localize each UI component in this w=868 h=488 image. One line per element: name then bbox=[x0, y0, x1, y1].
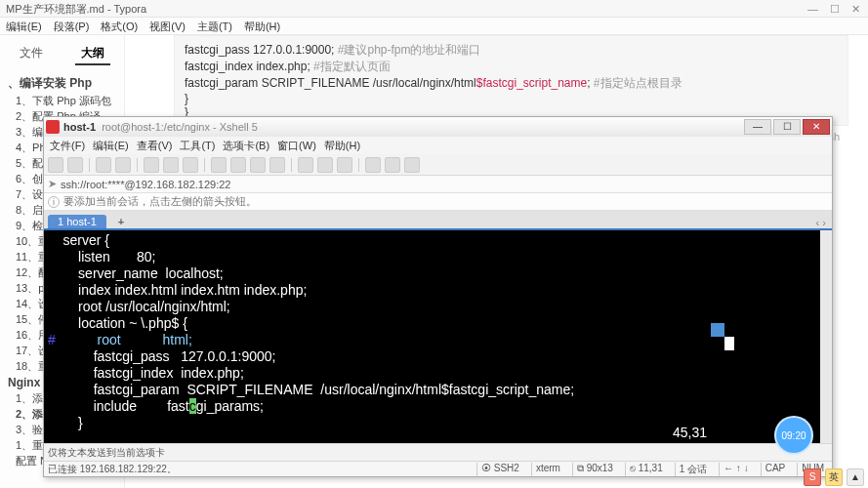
system-tray[interactable]: S 英 ▲ bbox=[804, 468, 864, 486]
menu-theme[interactable]: 主题(T) bbox=[197, 18, 232, 34]
xshell-status-bar: 已连接 192.168.182.129:22。 ⦿ SSH2xterm⧉ 90x… bbox=[44, 461, 832, 476]
menu-edit[interactable]: 编辑(E) bbox=[6, 18, 42, 34]
xshell-app-icon bbox=[46, 120, 60, 134]
xshell-hint-bar: i 要添加当前会话，点击左侧的箭头按钮。 bbox=[44, 193, 832, 211]
selection-block2 bbox=[724, 337, 734, 350]
terminal[interactable]: server { listen 80; server_name localhos… bbox=[44, 228, 832, 443]
tb-paste-icon[interactable] bbox=[163, 157, 179, 173]
selection-block bbox=[711, 323, 724, 337]
tb-help-icon[interactable] bbox=[404, 157, 420, 173]
tb-props-icon[interactable] bbox=[211, 157, 227, 173]
menu-format[interactable]: 格式(O) bbox=[101, 18, 138, 34]
terminal-scrollbar[interactable] bbox=[820, 230, 832, 443]
typora-menubar[interactable]: 编辑(E) 段落(P) 格式(O) 视图(V) 主题(T) 帮助(H) bbox=[0, 18, 868, 35]
tb-disconnect-icon[interactable] bbox=[115, 157, 131, 173]
tb-lock-icon[interactable] bbox=[337, 157, 352, 173]
code-block[interactable]: fastcgi_pass 127.0.0.1:9000; #建议php-fpm的… bbox=[174, 35, 848, 126]
tray-ime-icon[interactable]: 英 bbox=[825, 468, 843, 486]
typora-titlebar: MP生产环境部署.md - Typora — ☐ ✕ bbox=[0, 0, 868, 18]
tb-color-icon[interactable] bbox=[230, 157, 246, 173]
tb-new-icon[interactable] bbox=[48, 157, 63, 173]
tb-find-icon[interactable] bbox=[183, 157, 198, 173]
typora-title-text: MP生产环境部署.md - Typora bbox=[6, 0, 146, 17]
xshell-menubar[interactable]: 文件(F) 编辑(E) 查看(V) 工具(T) 选项卡(B) 窗口(W) 帮助(… bbox=[44, 137, 832, 154]
side-tab-files[interactable]: 文件 bbox=[14, 43, 49, 65]
vim-position: 45,31 bbox=[673, 425, 707, 441]
window-close[interactable]: ✕ bbox=[851, 0, 860, 17]
xshell-close[interactable]: ✕ bbox=[803, 119, 830, 135]
tb-tunnel-icon[interactable] bbox=[298, 157, 313, 173]
tray-icon-1[interactable]: S bbox=[804, 468, 821, 486]
tray-more-icon[interactable]: ▲ bbox=[847, 468, 864, 486]
outline-item[interactable]: 1、下载 Php 源码包 bbox=[8, 94, 116, 108]
menu-view[interactable]: 视图(V) bbox=[149, 18, 186, 34]
tab-scroll[interactable]: ‹ › bbox=[816, 217, 832, 228]
side-tab-outline[interactable]: 大纲 bbox=[75, 43, 110, 65]
xshell-address-bar[interactable]: ➤ ssh://root:****@192.168.182.129:22 bbox=[44, 176, 832, 193]
hint-icon: i bbox=[48, 196, 60, 208]
go-icon[interactable]: ➤ bbox=[48, 178, 57, 190]
tb-fs-icon[interactable] bbox=[269, 157, 285, 173]
window-min[interactable]: — bbox=[807, 0, 818, 17]
time-bubble[interactable]: 09:20 bbox=[776, 418, 811, 453]
xshell-max[interactable]: ☐ bbox=[773, 119, 801, 135]
xshell-window[interactable]: host-1 root@host-1:/etc/nginx - Xshell 5… bbox=[43, 116, 833, 477]
tb-copy-icon[interactable] bbox=[144, 157, 159, 173]
tb-reconnect-icon[interactable] bbox=[96, 157, 111, 173]
outline-item[interactable]: 、编译安装 Php bbox=[8, 75, 116, 92]
address-text[interactable]: ssh://root:****@192.168.182.129:22 bbox=[61, 179, 230, 190]
menu-paragraph[interactable]: 段落(P) bbox=[54, 18, 90, 34]
xshell-toolbar[interactable] bbox=[44, 154, 832, 176]
xshell-tabs[interactable]: 1 host-1 + ‹ › bbox=[44, 211, 832, 228]
tb-print-icon[interactable] bbox=[365, 157, 381, 173]
menu-help[interactable]: 帮助(H) bbox=[244, 18, 280, 34]
xshell-compose-bar[interactable]: 仅将文本发送到当前选项卡 bbox=[44, 443, 832, 461]
xshell-min[interactable]: — bbox=[744, 119, 771, 135]
session-tab[interactable]: 1 host-1 bbox=[48, 215, 106, 228]
add-tab[interactable]: + bbox=[108, 215, 134, 228]
window-max[interactable]: ☐ bbox=[830, 0, 840, 17]
tb-open-icon[interactable] bbox=[67, 157, 83, 173]
tb-chat-icon[interactable] bbox=[385, 157, 400, 173]
xshell-titlebar[interactable]: host-1 root@host-1:/etc/nginx - Xshell 5… bbox=[44, 117, 832, 137]
tb-font-icon[interactable] bbox=[250, 157, 266, 173]
tb-xftp-icon[interactable] bbox=[317, 157, 333, 173]
